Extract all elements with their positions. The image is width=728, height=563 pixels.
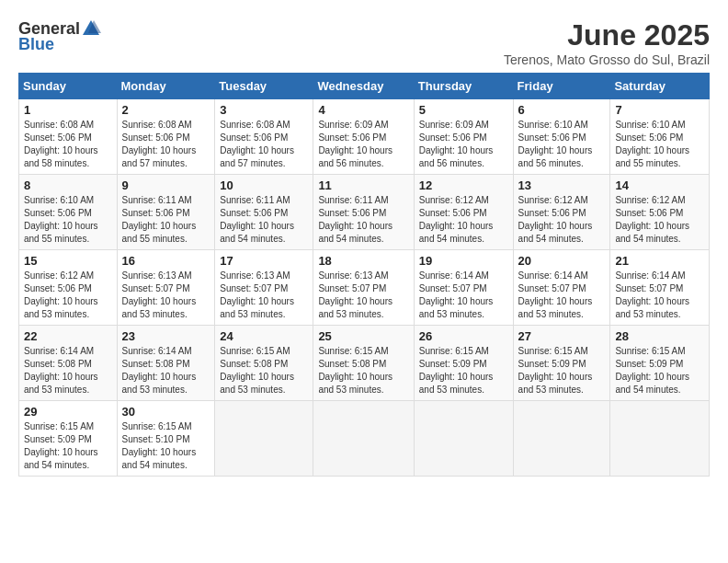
cell-info: Sunrise: 6:13 AM Sunset: 5:07 PM Dayligh… [220, 270, 308, 321]
cell-info: Sunrise: 6:15 AM Sunset: 5:08 PM Dayligh… [220, 345, 308, 396]
day-number: 20 [518, 254, 606, 268]
cell-info: Sunrise: 6:15 AM Sunset: 5:08 PM Dayligh… [318, 345, 408, 396]
day-number: 4 [318, 103, 408, 117]
cell-info: Sunrise: 6:11 AM Sunset: 5:06 PM Dayligh… [220, 194, 308, 246]
cell-info: Sunrise: 6:15 AM Sunset: 5:09 PM Dayligh… [419, 345, 508, 396]
calendar-cell: 17Sunrise: 6:13 AM Sunset: 5:07 PM Dayli… [215, 250, 313, 326]
day-of-week-header: Sunday [19, 74, 118, 99]
calendar-cell: 3Sunrise: 6:08 AM Sunset: 5:06 PM Daylig… [215, 99, 313, 175]
calendar-week-row: 15Sunrise: 6:12 AM Sunset: 5:06 PM Dayli… [19, 250, 710, 326]
calendar-header: SundayMondayTuesdayWednesdayThursdayFrid… [19, 74, 710, 99]
cell-info: Sunrise: 6:10 AM Sunset: 5:06 PM Dayligh… [518, 119, 606, 170]
days-of-week-row: SundayMondayTuesdayWednesdayThursdayFrid… [19, 74, 710, 99]
cell-info: Sunrise: 6:15 AM Sunset: 5:09 PM Dayligh… [518, 345, 606, 396]
calendar-cell [414, 401, 513, 477]
calendar-cell: 16Sunrise: 6:13 AM Sunset: 5:07 PM Dayli… [117, 250, 215, 326]
calendar-cell: 29Sunrise: 6:15 AM Sunset: 5:09 PM Dayli… [19, 401, 118, 477]
calendar-cell: 23Sunrise: 6:14 AM Sunset: 5:08 PM Dayli… [117, 326, 215, 401]
day-of-week-header: Thursday [414, 74, 513, 99]
cell-info: Sunrise: 6:15 AM Sunset: 5:09 PM Dayligh… [615, 345, 704, 396]
cell-info: Sunrise: 6:12 AM Sunset: 5:06 PM Dayligh… [24, 270, 112, 321]
day-number: 8 [24, 178, 112, 192]
calendar-cell: 30Sunrise: 6:15 AM Sunset: 5:10 PM Dayli… [117, 401, 215, 477]
calendar-cell: 8Sunrise: 6:10 AM Sunset: 5:06 PM Daylig… [19, 175, 118, 250]
calendar-cell: 20Sunrise: 6:14 AM Sunset: 5:07 PM Dayli… [513, 250, 610, 326]
calendar-week-row: 1Sunrise: 6:08 AM Sunset: 5:06 PM Daylig… [19, 99, 710, 175]
day-of-week-header: Tuesday [215, 74, 313, 99]
cell-info: Sunrise: 6:14 AM Sunset: 5:08 PM Dayligh… [24, 345, 112, 396]
calendar-cell: 25Sunrise: 6:15 AM Sunset: 5:08 PM Dayli… [313, 326, 414, 401]
cell-info: Sunrise: 6:14 AM Sunset: 5:07 PM Dayligh… [518, 270, 606, 321]
day-number: 5 [419, 103, 508, 117]
day-number: 3 [220, 103, 308, 117]
calendar-cell: 22Sunrise: 6:14 AM Sunset: 5:08 PM Dayli… [19, 326, 118, 401]
cell-info: Sunrise: 6:13 AM Sunset: 5:07 PM Dayligh… [122, 270, 210, 321]
cell-info: Sunrise: 6:08 AM Sunset: 5:06 PM Dayligh… [122, 119, 210, 170]
day-number: 29 [24, 405, 112, 419]
calendar-cell [313, 401, 414, 477]
month-year-title: June 2025 [504, 18, 710, 52]
logo-blue-text: Blue [18, 35, 54, 54]
day-number: 9 [122, 178, 210, 192]
calendar-cell: 11Sunrise: 6:11 AM Sunset: 5:06 PM Dayli… [313, 175, 414, 250]
cell-info: Sunrise: 6:09 AM Sunset: 5:06 PM Dayligh… [318, 119, 408, 170]
calendar-cell: 13Sunrise: 6:12 AM Sunset: 5:06 PM Dayli… [513, 175, 610, 250]
day-of-week-header: Monday [117, 74, 215, 99]
day-number: 27 [518, 329, 606, 343]
cell-info: Sunrise: 6:13 AM Sunset: 5:07 PM Dayligh… [318, 270, 408, 321]
day-number: 25 [318, 329, 408, 343]
day-number: 23 [122, 329, 210, 343]
day-number: 11 [318, 178, 408, 192]
calendar-cell: 26Sunrise: 6:15 AM Sunset: 5:09 PM Dayli… [414, 326, 513, 401]
calendar-cell: 9Sunrise: 6:11 AM Sunset: 5:06 PM Daylig… [117, 175, 215, 250]
calendar-week-row: 22Sunrise: 6:14 AM Sunset: 5:08 PM Dayli… [19, 326, 710, 401]
calendar-cell: 14Sunrise: 6:12 AM Sunset: 5:06 PM Dayli… [610, 175, 710, 250]
calendar-cell [513, 401, 610, 477]
calendar-body: 1Sunrise: 6:08 AM Sunset: 5:06 PM Daylig… [19, 99, 710, 477]
cell-info: Sunrise: 6:12 AM Sunset: 5:06 PM Dayligh… [518, 194, 606, 246]
cell-info: Sunrise: 6:11 AM Sunset: 5:06 PM Dayligh… [122, 194, 210, 246]
logo-icon [81, 18, 101, 39]
day-number: 22 [24, 329, 112, 343]
day-number: 28 [615, 329, 704, 343]
calendar-cell: 7Sunrise: 6:10 AM Sunset: 5:06 PM Daylig… [610, 99, 710, 175]
calendar-cell: 19Sunrise: 6:14 AM Sunset: 5:07 PM Dayli… [414, 250, 513, 326]
day-number: 15 [24, 254, 112, 268]
cell-info: Sunrise: 6:14 AM Sunset: 5:07 PM Dayligh… [615, 270, 704, 321]
day-number: 19 [419, 254, 508, 268]
day-number: 18 [318, 254, 408, 268]
calendar-week-row: 29Sunrise: 6:15 AM Sunset: 5:09 PM Dayli… [19, 401, 710, 477]
day-number: 13 [518, 178, 606, 192]
location-subtitle: Terenos, Mato Grosso do Sul, Brazil [504, 52, 710, 67]
day-number: 17 [220, 254, 308, 268]
day-number: 6 [518, 103, 606, 117]
logo: General Blue [18, 18, 102, 54]
day-number: 26 [419, 329, 508, 343]
calendar-cell [215, 401, 313, 477]
cell-info: Sunrise: 6:10 AM Sunset: 5:06 PM Dayligh… [615, 119, 704, 170]
calendar-cell: 27Sunrise: 6:15 AM Sunset: 5:09 PM Dayli… [513, 326, 610, 401]
day-number: 21 [615, 254, 704, 268]
title-block: June 2025 Terenos, Mato Grosso do Sul, B… [504, 18, 710, 67]
cell-info: Sunrise: 6:14 AM Sunset: 5:08 PM Dayligh… [122, 345, 210, 396]
calendar-cell: 18Sunrise: 6:13 AM Sunset: 5:07 PM Dayli… [313, 250, 414, 326]
day-of-week-header: Friday [513, 74, 610, 99]
day-number: 30 [122, 405, 210, 419]
calendar-cell: 1Sunrise: 6:08 AM Sunset: 5:06 PM Daylig… [19, 99, 118, 175]
calendar-cell: 6Sunrise: 6:10 AM Sunset: 5:06 PM Daylig… [513, 99, 610, 175]
cell-info: Sunrise: 6:11 AM Sunset: 5:06 PM Dayligh… [318, 194, 408, 246]
calendar-cell: 12Sunrise: 6:12 AM Sunset: 5:06 PM Dayli… [414, 175, 513, 250]
day-number: 16 [122, 254, 210, 268]
day-number: 10 [220, 178, 308, 192]
day-of-week-header: Saturday [610, 74, 710, 99]
calendar-cell: 15Sunrise: 6:12 AM Sunset: 5:06 PM Dayli… [19, 250, 118, 326]
day-number: 2 [122, 103, 210, 117]
day-number: 7 [615, 103, 704, 117]
page-header: General Blue June 2025 Terenos, Mato Gro… [18, 18, 710, 67]
calendar-cell: 24Sunrise: 6:15 AM Sunset: 5:08 PM Dayli… [215, 326, 313, 401]
cell-info: Sunrise: 6:12 AM Sunset: 5:06 PM Dayligh… [615, 194, 704, 246]
calendar-cell: 28Sunrise: 6:15 AM Sunset: 5:09 PM Dayli… [610, 326, 710, 401]
cell-info: Sunrise: 6:08 AM Sunset: 5:06 PM Dayligh… [24, 119, 112, 170]
day-number: 1 [24, 103, 112, 117]
calendar-cell [610, 401, 710, 477]
